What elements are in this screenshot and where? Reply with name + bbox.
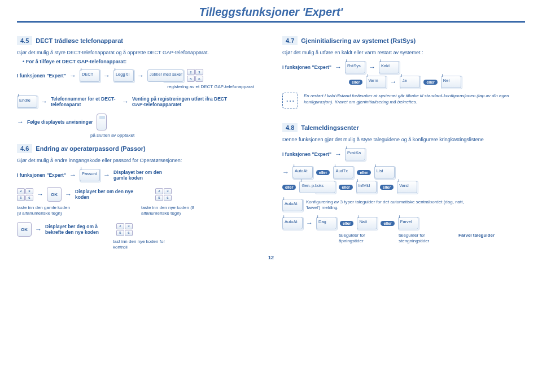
arrow-icon: → xyxy=(306,219,313,227)
arrow-icon: → xyxy=(103,72,110,80)
key-passord: iPassord xyxy=(80,169,100,181)
intro-45: Gjør det mulig å styre DECT-telefonappar… xyxy=(17,50,260,55)
keypad-icon: 23 56 xyxy=(187,69,203,82)
secnum-48: 4.8 xyxy=(282,123,298,132)
disp-gamle: Displayet ber om den gamle koden xyxy=(113,169,176,181)
arrow-icon: → xyxy=(122,98,129,106)
keypad-icon: 23 56 xyxy=(155,188,172,201)
eller-pill: eller xyxy=(316,170,330,175)
eller-pill: eller xyxy=(349,80,362,85)
key-genpboks: iGen. p.boks xyxy=(299,181,335,193)
key-varm: iVarm xyxy=(366,76,386,88)
key-list: iList xyxy=(374,166,395,178)
keypad-icon: 23 56 xyxy=(17,188,33,201)
eller-pill: eller xyxy=(339,185,352,190)
key-autoat2: iAutoAt xyxy=(282,199,303,211)
arrow-icon: → xyxy=(41,98,47,106)
folge-lbl: Følge displayets anvisninger xyxy=(27,119,93,125)
keypad-icon: 23 56 xyxy=(116,223,133,236)
arrow-icon: → xyxy=(69,171,76,179)
key-dect: iDECT xyxy=(80,69,100,82)
intro-46: Gjør det mulig å endre inngangskode elle… xyxy=(17,158,260,163)
key-kald: iKald xyxy=(379,61,399,73)
arrow-icon: → xyxy=(17,118,24,126)
venting-lbl: Venting på registreringen utført ifra DE… xyxy=(132,96,228,107)
warning-icon: ⋯ xyxy=(282,93,298,108)
eller-pill: eller xyxy=(380,185,394,190)
lbl-expert-45: I funksjonen "Expert" xyxy=(17,73,66,79)
arrow-icon: → xyxy=(35,225,42,233)
taste-nye: taste inn den nye koden (8 alfanumeriske… xyxy=(141,205,215,216)
page-number: 12 xyxy=(17,255,525,260)
intro-48: Denne funksjonen gjør det mulig å styre … xyxy=(282,137,525,142)
ok-button: OK xyxy=(17,222,32,237)
disp-bekreft: Displayet ber deg om å bekrefte den nye … xyxy=(45,224,113,235)
telnum-lbl: Telefonnummer for et DECT-telefonaparat xyxy=(51,96,119,107)
sectitle-46: Endring av operatørpassord (Passor) xyxy=(36,145,145,152)
key-varsl: iVarsl xyxy=(397,181,417,193)
intro-47: Gjør det mulig å utføre en kaldt eller v… xyxy=(282,50,525,55)
secnum-47: 4.7 xyxy=(282,36,298,45)
key-postka: iPostKa xyxy=(345,148,365,160)
tg-steng: taleguider for stengningstider xyxy=(399,233,444,244)
key-autoat: iAutoAt xyxy=(292,166,313,178)
arrow-icon: → xyxy=(137,72,144,80)
secnum-46: 4.6 xyxy=(17,144,32,153)
lbl-expert-48: I funksjonen "Expert" xyxy=(282,151,331,157)
tg-farvel: Farvel taleguider xyxy=(458,233,504,244)
sub-45: For å tilføye et DECT GAP-telefonapparat… xyxy=(23,59,260,64)
key-endre: iEndre xyxy=(17,95,37,108)
sectitle-48: Talemeldingssenter xyxy=(301,124,359,131)
key-natt: iNatt xyxy=(357,217,377,229)
key-leggtil: iLegg til xyxy=(113,69,134,82)
disp-nye: Displayet ber om den nye koden xyxy=(75,189,137,200)
eller-pill: eller xyxy=(282,185,296,190)
ok-button: OK xyxy=(47,187,62,202)
tast-kontroll: tast inn den nye koden for kontroll xyxy=(113,239,169,250)
slutten-lbl: på slutten av opptaket xyxy=(90,133,260,138)
arrow-icon: → xyxy=(335,150,342,158)
key-audtx: iAudTx xyxy=(333,166,353,178)
arrow-icon: → xyxy=(37,190,43,198)
key-jobber: Jobber med saken xyxy=(147,69,183,82)
arrow-icon: → xyxy=(282,168,289,176)
key-infmld: iInfMld xyxy=(356,181,377,193)
sectitle-45: DECT trådløse telefonapparat xyxy=(36,37,123,44)
eller-pill: eller xyxy=(357,170,370,175)
handset-icon xyxy=(97,114,107,130)
arrow-icon: → xyxy=(69,72,76,80)
arrow-icon: → xyxy=(103,171,110,179)
key-ja: iJa xyxy=(400,76,420,88)
eller-pill: eller xyxy=(340,221,353,226)
reg-note: registering av et DECT GAP-telefonappara… xyxy=(17,84,254,90)
warn-47: En restart i kald tilstand forårsaker at… xyxy=(304,93,525,105)
lbl-expert-47: I funksjonen "Expert" xyxy=(282,64,331,70)
page-title: Tilleggsfunksjoner 'Expert' xyxy=(17,6,525,23)
key-rstsys: iRstSys xyxy=(345,61,365,73)
secnum-45: 4.5 xyxy=(17,36,32,45)
eller-pill: eller xyxy=(423,80,437,85)
key-dag: iDag xyxy=(316,217,336,229)
sectitle-47: Gjeninitialisering av systemet (RstSys) xyxy=(301,37,416,44)
arrow-icon: → xyxy=(65,190,72,198)
konfig-desc: Konfigurering av 3 typer taleguider for … xyxy=(306,199,475,211)
eller-pill: eller xyxy=(381,221,394,226)
key-farvel: iFarvel xyxy=(398,217,418,229)
tg-aap: taleguider for åpningstider xyxy=(339,233,384,244)
arrow-icon: → xyxy=(390,78,396,86)
lbl-expert-46: I funksjonen "Expert" xyxy=(17,172,66,178)
taste-gamle: taste inn den gamle koden (8 alfanumeris… xyxy=(17,205,73,216)
arrow-icon: → xyxy=(369,63,375,71)
key-nei: iNei xyxy=(441,76,461,88)
key-autoat3: iAutoAt xyxy=(282,217,303,229)
arrow-icon: → xyxy=(335,63,342,71)
